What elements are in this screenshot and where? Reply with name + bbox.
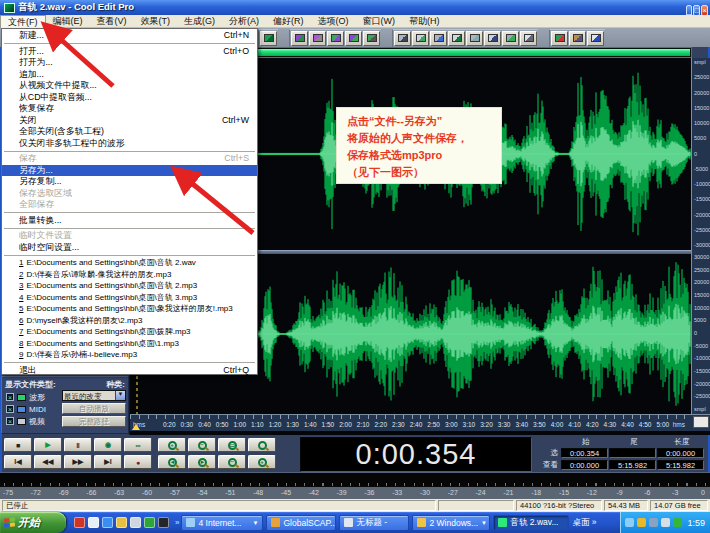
file-menu-item-batch-convert[interactable]: 批量转换... — [2, 215, 257, 227]
toolbar-button-panel-window-8[interactable] — [520, 31, 537, 46]
start-button[interactable]: 开始 — [0, 512, 66, 533]
MIDI-checkbox[interactable]: × — [6, 405, 14, 413]
auto-play-button[interactable]: 自动播放 — [62, 403, 126, 414]
file-menu-item-recent-5[interactable]: 5E:\Documents and Settings\hbi\桌面\象我这样的朋… — [2, 303, 257, 315]
folder-icon[interactable] — [116, 517, 127, 528]
zoom-out-vertical-button[interactable]: − — [218, 455, 246, 469]
file-menu-item-revert-to-saved[interactable]: 恢复保存 — [2, 103, 257, 115]
task-button-globalscape[interactable]: GlobalSCAP... — [266, 515, 336, 531]
file-menu-item-recent-7[interactable]: 7E:\Documents and Settings\hbi\桌面\拨脾.mp3 — [2, 326, 257, 338]
视频-checkbox[interactable]: × — [6, 417, 14, 425]
minimize-button[interactable]: _ — [686, 5, 692, 16]
file-menu-item-recent-4[interactable]: 4E:\Documents and Settings\hbi\桌面\音轨 3.m… — [2, 292, 257, 304]
toolbar-button-waveform-view[interactable] — [309, 31, 326, 46]
toolbar-button-panel-window-1[interactable] — [394, 31, 411, 46]
messenger-icon[interactable] — [88, 517, 99, 528]
rewind-button[interactable]: ◀◀ — [34, 455, 62, 469]
menubar-item-analyze[interactable]: 分析(A) — [222, 15, 266, 28]
zoom-in-vertical-button[interactable]: + — [248, 455, 276, 469]
toolbar-button-panel-window-5[interactable] — [466, 31, 483, 46]
menubar-item-options[interactable]: 选项(O) — [311, 15, 356, 28]
play-button[interactable]: ▶ — [34, 438, 62, 452]
menubar-item-effects[interactable]: 效果(T) — [134, 15, 178, 28]
toolbar-button-help[interactable] — [587, 31, 604, 46]
pause-button[interactable]: ‖ — [64, 438, 92, 452]
menubar-item-edit[interactable]: 编辑(E) — [46, 15, 90, 28]
pen-tool-icon[interactable] — [158, 517, 169, 528]
menubar-item-generate[interactable]: 生成(G) — [177, 15, 222, 28]
toolbar-button-panel-window-2[interactable] — [412, 31, 429, 46]
file-menu-item-extract-from-cd[interactable]: 从CD中提取音频... — [2, 92, 257, 104]
toolbar-button-panel-window-3[interactable] — [430, 31, 447, 46]
menubar-item-file[interactable]: 文件(F) — [0, 15, 46, 28]
internet-explorer-icon[interactable] — [102, 517, 113, 528]
spreadsheet-icon[interactable] — [144, 517, 155, 528]
file-menu-item-recent-8[interactable]: 8E:\Documents and Settings\hbi\桌面\1.mp3 — [2, 338, 257, 350]
toolbar-button-mixer-view[interactable] — [363, 31, 380, 46]
go-to-start-button[interactable]: I◀ — [4, 455, 32, 469]
sort-dropdown[interactable]: 最近的改变 ▼ — [62, 390, 126, 401]
toolbar-button-panel-window-4[interactable] — [448, 31, 465, 46]
display-icon[interactable] — [649, 518, 658, 527]
file-menu-item-recent-3[interactable]: 3E:\Documents and Settings\hbi\桌面\音轨 2.m… — [2, 280, 257, 292]
level-meter[interactable] — [0, 472, 710, 487]
title-bar[interactable]: 音轨 2.wav - Cool Edit Pro _□× — [0, 0, 710, 15]
file-menu-item-append[interactable]: 追加... — [2, 69, 257, 81]
task-dropdown-arrow-icon[interactable]: ▼ — [481, 520, 487, 526]
file-menu-item-save-copy-as[interactable]: 另存复制... — [2, 176, 257, 188]
media-player-icon[interactable] — [130, 517, 141, 528]
zoom-out-horizontal-button[interactable]: − — [188, 438, 216, 452]
task-button-folder[interactable]: 2 Windows...▼ — [412, 515, 490, 531]
file-menu-item-extract-from-video[interactable]: 从视频文件中提取... — [2, 80, 257, 92]
zoom-in-horizontal-button[interactable]: + — [158, 438, 186, 452]
desktop-toolbar[interactable]: 桌面 » — [572, 517, 596, 529]
zoom-in-right-edge-button[interactable]: ► — [188, 455, 216, 469]
task-button-internet-explorer[interactable]: 4 Internet...▼ — [181, 515, 263, 531]
collapse-arrow-icon[interactable] — [625, 518, 634, 527]
toolbar-button-clipboard[interactable] — [569, 31, 586, 46]
波形-checkbox[interactable]: × — [6, 393, 14, 401]
go-to-end-button[interactable]: ▶I — [94, 455, 122, 469]
dropdown-arrow-icon[interactable]: ▼ — [115, 391, 125, 400]
volume-icon[interactable] — [661, 518, 670, 527]
file-menu-item-new[interactable]: 新建...Ctrl+N — [2, 30, 257, 42]
lock-icon[interactable] — [637, 518, 646, 527]
file-menu-item-close-only-non-session[interactable]: 仅关闭非多轨工程中的波形 — [2, 138, 257, 150]
file-menu-item-close[interactable]: 关闭Ctrl+W — [2, 115, 257, 127]
zoom-in-left-edge-button[interactable]: ◄ — [158, 455, 186, 469]
scale-grip[interactable] — [693, 416, 709, 428]
task-button-notepad[interactable]: 无标题 - — [339, 515, 409, 531]
file-menu-item-exit[interactable]: 退出Ctrl+Q — [2, 365, 257, 377]
zoom-to-selection-button[interactable]: ▭ — [218, 438, 246, 452]
toolbar-button-refresh[interactable] — [551, 31, 568, 46]
file-menu-item-open-as[interactable]: 打开为... — [2, 57, 257, 69]
file-menu-item-save-as[interactable]: 另存为... — [2, 165, 257, 177]
menubar-item-window[interactable]: 窗口(W) — [356, 15, 403, 28]
zoom-full-button[interactable] — [248, 438, 276, 452]
file-menu-item-open[interactable]: 打开...Ctrl+O — [2, 46, 257, 58]
full-paths-button[interactable]: 完整路径 — [62, 416, 126, 427]
file-menu-item-recent-2[interactable]: 2D:\伴奏音乐\谭咏麟-像我这样的朋友.mp3 — [2, 269, 257, 281]
record-button[interactable]: ● — [124, 455, 152, 469]
file-menu-item-recent-1[interactable]: 1E:\Documents and Settings\hbi\桌面\音轨 2.w… — [2, 257, 257, 269]
maximize-button[interactable]: □ — [693, 5, 700, 16]
toolbar-button-scripts[interactable] — [260, 31, 277, 46]
close-button[interactable]: × — [701, 5, 708, 16]
quick-launch-overflow[interactable]: » — [175, 518, 179, 527]
file-menu-item-recent-9[interactable]: 9D:\伴奏音乐\孙楠-i-believe.mp3 — [2, 349, 257, 361]
menubar-item-help[interactable]: 帮助(H) — [402, 15, 447, 28]
toolbar-button-panel-window-7[interactable] — [502, 31, 519, 46]
task-dropdown-arrow-icon[interactable]: ▼ — [253, 520, 259, 526]
play-looped-button[interactable]: ∞ — [124, 438, 152, 452]
fast-forward-button[interactable]: ▶▶ — [64, 455, 92, 469]
toolbar-button-multitrack-view[interactable] — [327, 31, 344, 46]
menubar-item-favorites[interactable]: 偏好(R) — [266, 15, 311, 28]
toolbar-button-cd-project-view[interactable] — [345, 31, 362, 46]
menubar-item-view[interactable]: 查看(V) — [90, 15, 134, 28]
file-menu-item-close-all[interactable]: 全部关闭(含多轨工程) — [2, 126, 257, 138]
antivirus-icon[interactable] — [673, 518, 682, 527]
toolbar-button-spectral-view[interactable] — [291, 31, 308, 46]
browser-icon[interactable] — [74, 517, 85, 528]
file-menu-item-temp-space-settings[interactable]: 临时空间设置... — [2, 242, 257, 254]
play-from-cursor-button[interactable]: ◉ — [94, 438, 122, 452]
